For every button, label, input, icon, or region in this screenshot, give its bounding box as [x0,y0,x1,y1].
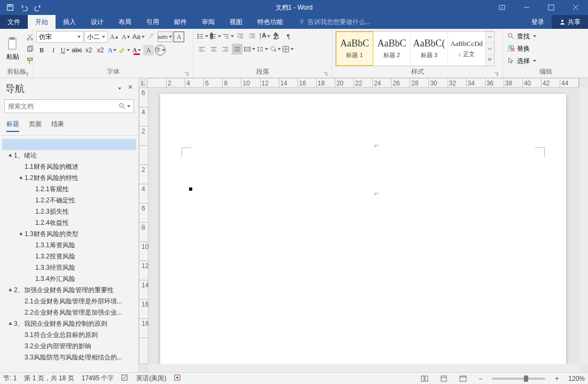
tab-review[interactable]: 审阅 [194,15,222,29]
nav-tree-item[interactable]: 3、我国企业财务风险控制的原则 [2,318,136,330]
vertical-scrollbar[interactable] [579,88,588,364]
italic-icon[interactable]: I [48,45,59,56]
underline-icon[interactable]: U [60,45,70,56]
status-page[interactable]: 第 1 页，共 18 页 [24,374,74,383]
format-painter-icon[interactable] [25,56,35,66]
nav-tab-pages[interactable]: 页面 [29,120,42,132]
nav-tab-headings[interactable]: 标题 [6,120,19,132]
paragraph-dialog-icon[interactable] [323,71,328,76]
tab-mailings[interactable]: 邮件 [167,15,194,29]
status-spellcheck-icon[interactable] [121,374,129,383]
tab-references[interactable]: 引用 [139,15,167,29]
paste-button[interactable]: 粘贴 [3,31,22,66]
highlight-icon[interactable] [119,45,130,56]
zoom-in-icon[interactable]: + [553,375,561,382]
close-icon[interactable] [563,0,588,15]
tab-home[interactable]: 开始 [28,15,56,29]
change-case-icon[interactable]: Aa [132,32,145,42]
share-button[interactable]: 共享 [552,15,588,29]
borders-icon[interactable] [282,44,294,54]
tab-layout[interactable]: 布局 [111,15,139,29]
nav-tree-item[interactable]: 1.2.1客观性 [2,184,136,195]
view-read-icon[interactable] [419,374,430,383]
copy-icon[interactable] [25,44,35,54]
nav-search-input[interactable] [8,103,119,110]
shading-icon[interactable] [269,44,281,54]
font-color-icon[interactable]: A [131,45,142,56]
nav-tree-item[interactable]: 1.2财务风险的特性 [2,173,136,184]
nav-tree-item[interactable]: 3.1符合企业总目标的原则 [2,330,136,341]
nav-tree-item[interactable]: 1、绪论 [2,150,136,161]
zoom-value[interactable]: 120% [568,375,585,382]
login-button[interactable]: 登录 [524,15,552,29]
align-left-icon[interactable] [197,44,207,54]
nav-tree-item[interactable]: 1.1财务风险的概述 [2,161,136,173]
save-icon[interactable] [4,2,16,13]
replace-button[interactable]: abac替换 [506,43,531,54]
grow-font-icon[interactable]: A▲ [109,32,120,42]
nav-tree-item[interactable]: 1.2.3损失性 [2,206,136,217]
styles-dialog-icon[interactable] [494,71,499,76]
horizontal-ruler[interactable]: 2468101214161820222426283032343638404244 [147,78,579,88]
styles-gallery[interactable]: AaBbC标题 1 AaBbC标题 2 AaBbC(标题 3 AaBbCcDd↓… [335,31,495,66]
strikethrough-icon[interactable]: abc [72,45,82,56]
nav-tree-item[interactable]: 1.3.1筹资风险 [2,240,136,251]
show-marks-icon[interactable]: ¶ [283,31,294,42]
horizontal-scrollbar[interactable] [148,364,579,372]
text-effects-icon[interactable]: A [107,45,117,56]
nav-tree-item[interactable]: 1.3.3经营风险 [2,262,136,273]
nav-tree-item[interactable]: 1.2.4收益性 [2,217,136,229]
char-border-icon[interactable]: A [174,32,184,42]
align-distributed-icon[interactable] [244,44,255,54]
status-words[interactable]: 17495 个字 [82,374,114,383]
zoom-slider[interactable] [492,378,545,380]
line-spacing-icon[interactable] [256,44,268,54]
font-dialog-icon[interactable] [184,71,190,76]
zoom-out-icon[interactable]: − [476,375,484,382]
subscript-icon[interactable]: x2 [83,45,94,56]
tab-file[interactable]: 文件 [0,15,28,29]
font-size-select[interactable]: 小二 [84,31,108,43]
enclose-char-icon[interactable]: 字 [155,45,166,56]
tell-me[interactable]: 告诉我您想要做什么... [291,15,371,29]
view-web-icon[interactable] [457,374,469,383]
minimize-icon[interactable] [514,0,539,15]
status-section[interactable]: 节: 1 [3,374,17,383]
nav-tree-item[interactable]: 2.1企业财务风险管理是外部环境... [2,296,136,307]
style-heading-1[interactable]: AaBbC标题 1 [336,32,373,66]
char-shading-icon[interactable]: A [143,45,154,56]
tab-special[interactable]: 特色功能 [250,15,291,29]
clipboard-dialog-icon[interactable] [24,71,29,76]
text-direction-icon[interactable]: A [258,31,270,42]
maximize-icon[interactable] [539,0,563,15]
status-language[interactable]: 英语(美国) [136,374,166,383]
align-center-icon[interactable] [208,44,219,54]
gallery-down-icon[interactable] [485,43,494,54]
multilevel-list-icon[interactable] [222,31,234,42]
style-heading-2[interactable]: AaBbC标题 2 [373,32,411,66]
superscript-icon[interactable]: x2 [95,45,106,56]
shrink-font-icon[interactable]: A▼ [121,32,131,42]
qat-customize-icon[interactable] [46,2,58,13]
nav-tree-item[interactable]: 3.2企业内部管理的影响 [2,341,136,352]
nav-tree-item[interactable]: 2、加强企业财务风险管理的重要性 [2,285,136,296]
numbering-icon[interactable]: 123 [209,31,221,42]
phonetic-guide-icon[interactable]: wén [158,32,173,42]
undo-icon[interactable] [18,2,30,13]
nav-tree-item[interactable]: 1.2.2不确定性 [2,195,136,206]
tab-design[interactable]: 设计 [83,15,111,29]
align-justify-icon[interactable] [232,44,242,54]
nav-search[interactable] [4,99,134,113]
decrease-indent-icon[interactable] [235,31,246,42]
search-options-icon[interactable] [126,101,130,112]
search-icon[interactable] [119,103,126,110]
ribbon-display-options-icon[interactable] [490,0,514,15]
status-macro-icon[interactable] [174,374,181,383]
nav-tree-item[interactable]: 1.3.4外汇风险 [2,273,136,285]
page[interactable]: ↵ ↵ [160,94,566,372]
clear-format-icon[interactable] [146,32,156,42]
vertical-ruler[interactable]: 64224681012141618 [139,88,148,364]
tab-view[interactable]: 视图 [222,15,250,29]
font-name-select[interactable]: 仿宋 [36,31,83,43]
align-right-icon[interactable] [220,44,231,54]
